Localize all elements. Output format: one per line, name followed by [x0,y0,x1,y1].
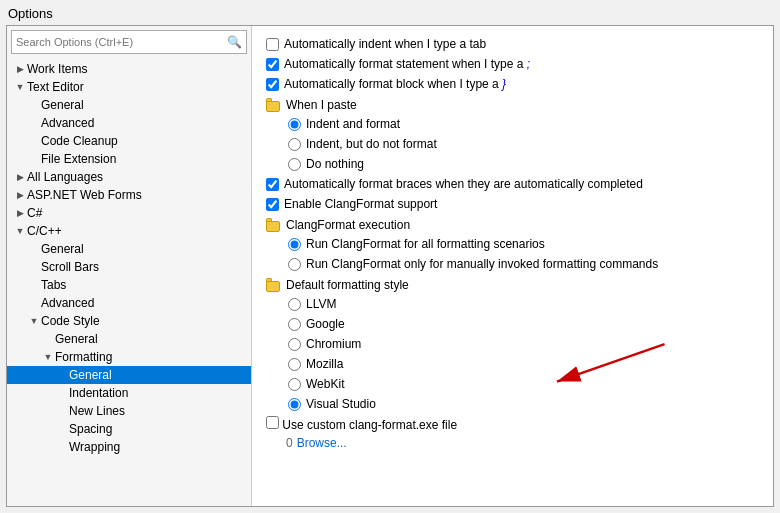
tree-item-code-style[interactable]: ▼Code Style [7,312,251,330]
tree-item-file-extension[interactable]: File Extension [7,150,251,168]
tree-label-code-style: Code Style [41,314,251,328]
enable-clangformat-row: Enable ClangFormat support [266,194,759,214]
tree-label-tabs: Tabs [41,278,251,292]
auto-format-statement-checkbox[interactable] [266,58,279,71]
tree-item-formatting-general[interactable]: General [7,366,251,384]
tree-item-all-languages[interactable]: ▶All Languages [7,168,251,186]
right-panel: Automatically indent when I type a tab A… [252,26,773,460]
tree-expander-text-editor[interactable]: ▼ [13,82,27,92]
tree-item-code-style-general[interactable]: General [7,330,251,348]
tree-expander-aspnet-web-forms[interactable]: ▶ [13,190,27,200]
tree-label-text-editor: Text Editor [27,80,251,94]
use-custom-clang-label[interactable]: Use custom clang-format.exe file [266,416,457,432]
google-radio[interactable] [288,318,301,331]
tree-label-advanced: Advanced [41,116,251,130]
tree-label-code-cleanup: Code Cleanup [41,134,251,148]
auto-format-block-checkbox[interactable] [266,78,279,91]
tree-expander-all-languages[interactable]: ▶ [13,172,27,182]
auto-format-block-label[interactable]: Automatically format block when I type a… [266,77,506,91]
tree-expander-cpp[interactable]: ▼ [13,226,27,236]
indent-format-radio[interactable] [288,118,301,131]
clangformat-execution-options: Run ClangFormat for all formatting scena… [266,234,759,274]
llvm-label[interactable]: LLVM [288,297,336,311]
auto-format-block-row: Automatically format block when I type a… [266,74,759,94]
tree-item-code-cleanup[interactable]: Code Cleanup [7,132,251,150]
tree-item-general[interactable]: General [7,96,251,114]
enable-clangformat-label[interactable]: Enable ClangFormat support [266,197,437,211]
do-nothing-row: Do nothing [288,154,759,174]
indent-no-format-row: Indent, but do not format [288,134,759,154]
enable-clangformat-checkbox[interactable] [266,198,279,211]
auto-format-statement-label[interactable]: Automatically format statement when I ty… [266,57,530,71]
webkit-radio[interactable] [288,378,301,391]
when-paste-section: When I paste [266,94,759,114]
mozilla-row: Mozilla [288,354,759,374]
auto-indent-checkbox[interactable] [266,38,279,51]
tree-item-cpp[interactable]: ▼C/C++ [7,222,251,240]
tree-label-new-lines: New Lines [69,404,251,418]
auto-format-braces-label[interactable]: Automatically format braces when they ar… [266,177,643,191]
mozilla-radio[interactable] [288,358,301,371]
tree-expander-work-items[interactable]: ▶ [13,64,27,74]
tree-item-aspnet-web-forms[interactable]: ▶ASP.NET Web Forms [7,186,251,204]
tree-label-formatting: Formatting [55,350,251,364]
default-format-style-options: LLVM Google Chromium [266,294,759,414]
tree-item-cpp-general[interactable]: General [7,240,251,258]
chromium-label[interactable]: Chromium [288,337,361,351]
tree-label-aspnet-web-forms: ASP.NET Web Forms [27,188,251,202]
left-panel: 🔍 ▶Work Items▼Text EditorGeneralAdvanced… [7,26,252,506]
webkit-row: WebKit [288,374,759,394]
browse-link[interactable]: Browse... [297,436,347,450]
tree-label-cpp-advanced: Advanced [41,296,251,310]
tree-item-spacing[interactable]: Spacing [7,420,251,438]
llvm-row: LLVM [288,294,759,314]
chromium-radio[interactable] [288,338,301,351]
google-label[interactable]: Google [288,317,345,331]
indent-format-row: Indent and format [288,114,759,134]
visual-studio-radio[interactable] [288,398,301,411]
tree-item-cpp-advanced[interactable]: Advanced [7,294,251,312]
default-format-folder-icon [266,278,282,292]
tree-expander-formatting[interactable]: ▼ [41,352,55,362]
tree-item-new-lines[interactable]: New Lines [7,402,251,420]
clangformat-folder-icon [266,218,282,232]
manually-invoked-row: Run ClangFormat only for manually invoke… [288,254,759,274]
indent-format-label[interactable]: Indent and format [288,117,400,131]
use-custom-clang-checkbox[interactable] [266,416,279,429]
tree-item-work-items[interactable]: ▶Work Items [7,60,251,78]
tree-label-cpp: C/C++ [27,224,251,238]
tree-label-code-style-general: General [55,332,251,346]
tree-item-indentation[interactable]: Indentation [7,384,251,402]
when-paste-options: Indent and format Indent, but do not for… [266,114,759,174]
llvm-radio[interactable] [288,298,301,311]
manually-invoked-label[interactable]: Run ClangFormat only for manually invoke… [288,257,658,271]
do-nothing-radio[interactable] [288,158,301,171]
tree-item-advanced[interactable]: Advanced [7,114,251,132]
tree-expander-code-style[interactable]: ▼ [27,316,41,326]
tree-item-csharp[interactable]: ▶C# [7,204,251,222]
dialog-body: 🔍 ▶Work Items▼Text EditorGeneralAdvanced… [6,25,774,507]
webkit-label[interactable]: WebKit [288,377,344,391]
tree-item-text-editor[interactable]: ▼Text Editor [7,78,251,96]
mozilla-label[interactable]: Mozilla [288,357,343,371]
search-box[interactable]: 🔍 [11,30,247,54]
auto-format-braces-checkbox[interactable] [266,178,279,191]
tree-item-wrapping[interactable]: Wrapping [7,438,251,456]
tree-expander-csharp[interactable]: ▶ [13,208,27,218]
auto-indent-label[interactable]: Automatically indent when I type a tab [266,37,486,51]
indent-no-format-label[interactable]: Indent, but do not format [288,137,437,151]
tree-item-scroll-bars[interactable]: Scroll Bars [7,258,251,276]
manually-invoked-radio[interactable] [288,258,301,271]
indent-no-format-radio[interactable] [288,138,301,151]
tree-label-indentation: Indentation [69,386,251,400]
all-scenarios-radio[interactable] [288,238,301,251]
tree-label-general: General [41,98,251,112]
dialog-title: Options [0,0,780,25]
visual-studio-label[interactable]: Visual Studio [288,397,376,411]
tree-item-formatting[interactable]: ▼Formatting [7,348,251,366]
tree-label-file-extension: File Extension [41,152,251,166]
do-nothing-label[interactable]: Do nothing [288,157,364,171]
tree-item-tabs[interactable]: Tabs [7,276,251,294]
all-scenarios-label[interactable]: Run ClangFormat for all formatting scena… [288,237,545,251]
search-input[interactable] [12,34,223,50]
